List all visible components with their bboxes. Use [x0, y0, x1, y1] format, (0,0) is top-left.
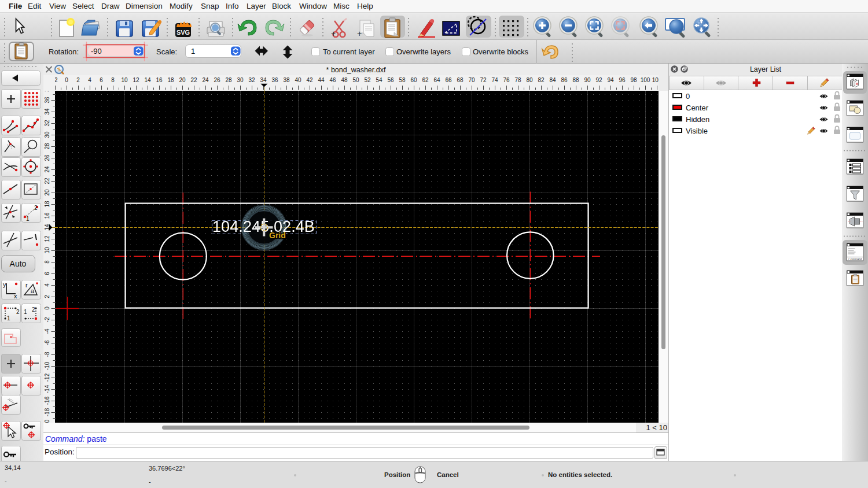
svg-text:100: 100: [641, 77, 650, 83]
svg-text:6: 6: [100, 77, 103, 83]
svg-text:4: 4: [44, 283, 50, 287]
svg-text:70: 70: [468, 77, 475, 83]
svg-text:86: 86: [561, 77, 568, 83]
svg-text:42: 42: [306, 77, 313, 83]
svg-text:32: 32: [248, 77, 255, 83]
svg-text:102: 102: [652, 77, 659, 83]
svg-text:2: 2: [44, 295, 50, 298]
svg-text:52: 52: [364, 77, 371, 83]
svg-text:2: 2: [76, 77, 80, 83]
svg-text:40: 40: [295, 77, 301, 83]
svg-text:10: 10: [121, 77, 128, 83]
svg-text:90: 90: [584, 77, 591, 83]
svg-text:20: 20: [179, 77, 186, 83]
svg-text:a: a: [31, 287, 35, 294]
svg-text:-8: -8: [44, 352, 50, 357]
svg-text:-16: -16: [44, 396, 50, 405]
svg-text:24: 24: [44, 166, 50, 173]
svg-text:20: 20: [44, 189, 50, 196]
svg-text:76: 76: [503, 77, 510, 83]
svg-text:36: 36: [44, 97, 50, 103]
svg-text:82: 82: [538, 77, 545, 83]
svg-text:r: r: [25, 282, 28, 289]
svg-text:38: 38: [283, 77, 290, 83]
svg-text:-18: -18: [44, 408, 50, 416]
svg-text:0: 0: [65, 77, 68, 83]
svg-text:4: 4: [88, 77, 91, 83]
svg-text:-4: -4: [44, 328, 50, 334]
svg-text:14: 14: [144, 77, 151, 83]
svg-text:y: y: [3, 281, 6, 288]
svg-text:Auto: Auto: [10, 259, 27, 268]
svg-text:-14: -14: [44, 385, 50, 393]
svg-text:28: 28: [44, 143, 50, 150]
svg-text:66: 66: [445, 77, 452, 83]
svg-text:22: 22: [190, 77, 197, 83]
svg-text:34: 34: [44, 108, 50, 115]
svg-text:-6: -6: [44, 340, 50, 345]
svg-text:96: 96: [619, 77, 626, 83]
svg-text:98: 98: [630, 77, 637, 83]
svg-text:30: 30: [44, 131, 50, 138]
svg-text:36: 36: [271, 77, 278, 83]
svg-text:60: 60: [410, 77, 417, 83]
svg-text:6: 6: [44, 272, 50, 275]
svg-text:18: 18: [167, 77, 174, 83]
svg-text:80: 80: [526, 77, 533, 83]
svg-text:28: 28: [225, 77, 232, 83]
svg-text:56: 56: [387, 77, 394, 83]
svg-text:38: 38: [44, 91, 50, 92]
svg-text:48: 48: [341, 77, 348, 83]
svg-text:1: 1: [26, 216, 30, 222]
svg-text:< command: < command: [848, 258, 862, 261]
svg-text:22: 22: [44, 178, 50, 184]
svg-text:12: 12: [133, 77, 139, 83]
svg-text:2: 2: [32, 306, 35, 313]
svg-text:72: 72: [480, 77, 487, 83]
svg-text:30: 30: [237, 77, 244, 83]
svg-text:12: 12: [44, 235, 50, 242]
svg-text:46: 46: [329, 77, 336, 83]
svg-text:8: 8: [111, 77, 115, 83]
svg-text:x: x: [14, 293, 17, 300]
svg-text:0: 0: [44, 306, 50, 310]
svg-text:1: 1: [24, 309, 27, 315]
svg-text:78: 78: [514, 77, 521, 83]
svg-text:54: 54: [376, 77, 382, 83]
svg-text:74: 74: [491, 77, 498, 83]
svg-text:26: 26: [44, 154, 50, 161]
svg-text:26: 26: [214, 77, 220, 83]
svg-text:-12: -12: [44, 373, 50, 382]
svg-text:-2: -2: [55, 77, 58, 83]
svg-text:Layer List: Layer List: [750, 65, 782, 73]
svg-text:-2: -2: [44, 317, 50, 322]
svg-text:94: 94: [607, 77, 614, 83]
svg-text:2: 2: [34, 205, 38, 211]
svg-text:32: 32: [44, 120, 50, 127]
svg-text:8: 8: [44, 260, 50, 264]
svg-text:88: 88: [572, 77, 579, 83]
svg-text:84: 84: [549, 77, 556, 83]
svg-text:24: 24: [202, 77, 209, 83]
svg-text:62: 62: [422, 77, 429, 83]
svg-text:16: 16: [44, 212, 50, 219]
svg-text:16: 16: [156, 77, 163, 83]
svg-text:34: 34: [260, 77, 267, 83]
svg-text:18: 18: [44, 201, 50, 208]
svg-text:2: 2: [16, 309, 20, 315]
svg-text:68: 68: [457, 77, 464, 83]
svg-text:50: 50: [352, 77, 359, 83]
svg-text:1: 1: [7, 315, 10, 321]
svg-text:64: 64: [433, 77, 440, 83]
svg-text:-10: -10: [44, 361, 50, 370]
svg-text:58: 58: [399, 77, 406, 83]
svg-text:92: 92: [595, 77, 602, 83]
svg-text:10: 10: [44, 247, 50, 254]
svg-text:44: 44: [318, 77, 325, 83]
